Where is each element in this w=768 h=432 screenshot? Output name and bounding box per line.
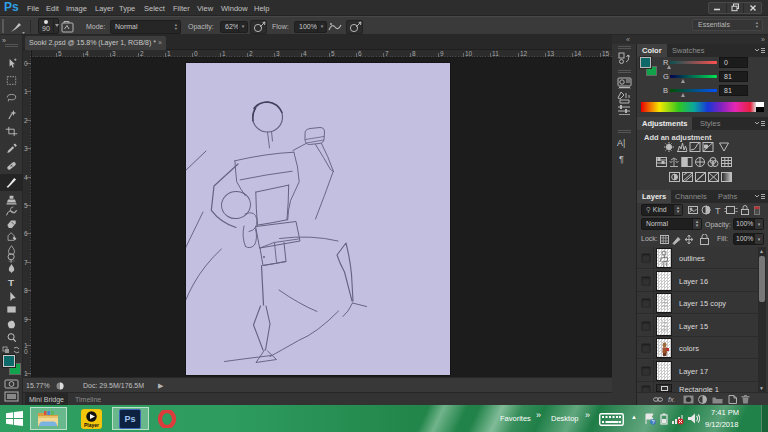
svg-text:T: T (8, 277, 14, 288)
svg-text:?: ? (651, 419, 654, 425)
svg-text:Player: Player (84, 422, 99, 428)
svg-text:T: T (715, 206, 721, 216)
